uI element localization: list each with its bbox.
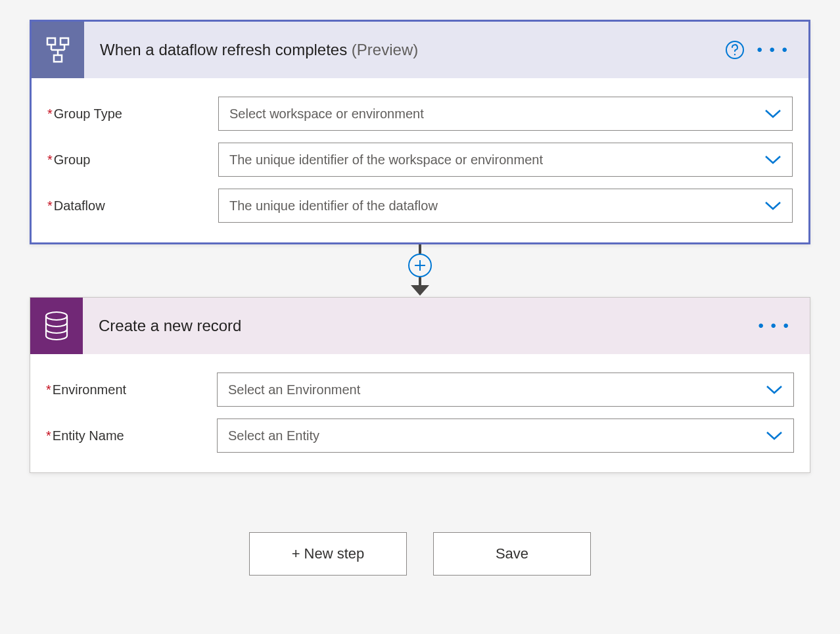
- field-dataflow: *Dataflow The unique identifier of the d…: [47, 189, 793, 223]
- step-connector: [30, 244, 810, 297]
- help-button[interactable]: [720, 35, 750, 65]
- more-icon[interactable]: • • •: [750, 47, 795, 53]
- trigger-body: *Group Type Select workspace or environm…: [32, 78, 808, 242]
- footer-buttons: + New step Save: [30, 532, 810, 576]
- dataflow-icon: [32, 22, 84, 78]
- add-step-button[interactable]: [408, 254, 432, 277]
- chevron-down-icon: [766, 384, 783, 395]
- placeholder-environment: Select an Environment: [228, 382, 766, 397]
- action-title: Create a new record: [83, 317, 751, 335]
- svg-rect-0: [47, 38, 55, 45]
- label-group-type: *Group Type: [47, 106, 218, 122]
- more-icon[interactable]: • • •: [751, 323, 797, 329]
- trigger-card: When a dataflow refresh completes (Previ…: [30, 20, 810, 244]
- label-entity-name: *Entity Name: [46, 428, 217, 443]
- chevron-down-icon: [764, 200, 782, 211]
- select-group-type[interactable]: Select workspace or environment: [218, 97, 793, 131]
- chevron-down-icon: [764, 108, 782, 119]
- field-environment: *Environment Select an Environment: [46, 373, 794, 407]
- select-group[interactable]: The unique identifier of the workspace o…: [218, 143, 793, 177]
- arrow-down-icon: [411, 285, 429, 296]
- field-group: *Group The unique identifier of the work…: [47, 143, 793, 177]
- placeholder-group-type: Select workspace or environment: [229, 106, 764, 122]
- placeholder-entity-name: Select an Entity: [228, 428, 766, 443]
- label-environment: *Environment: [46, 382, 217, 397]
- select-entity-name[interactable]: Select an Entity: [217, 419, 794, 453]
- svg-rect-2: [54, 55, 62, 62]
- svg-point-8: [734, 54, 735, 55]
- placeholder-group: The unique identifier of the workspace o…: [229, 152, 764, 168]
- placeholder-dataflow: The unique identifier of the dataflow: [229, 198, 764, 214]
- action-card: Create a new record • • • *Environment S…: [30, 297, 810, 473]
- chevron-down-icon: [764, 154, 782, 165]
- new-step-button[interactable]: + New step: [249, 532, 407, 576]
- chevron-down-icon: [766, 430, 783, 441]
- database-icon: [30, 298, 83, 354]
- preview-tag: (Preview): [352, 41, 418, 58]
- field-group-type: *Group Type Select workspace or environm…: [47, 97, 793, 131]
- trigger-title: When a dataflow refresh completes (Previ…: [84, 41, 720, 59]
- action-header[interactable]: Create a new record • • •: [30, 298, 810, 354]
- svg-rect-1: [60, 38, 68, 45]
- select-dataflow[interactable]: The unique identifier of the dataflow: [218, 189, 793, 223]
- action-body: *Environment Select an Environment *Enti…: [30, 354, 810, 472]
- field-entity-name: *Entity Name Select an Entity: [46, 419, 794, 453]
- trigger-header[interactable]: When a dataflow refresh completes (Previ…: [32, 22, 808, 78]
- svg-point-11: [46, 312, 67, 320]
- label-group: *Group: [47, 152, 218, 168]
- select-environment[interactable]: Select an Environment: [217, 373, 794, 407]
- label-dataflow: *Dataflow: [47, 198, 218, 214]
- save-button[interactable]: Save: [433, 532, 591, 576]
